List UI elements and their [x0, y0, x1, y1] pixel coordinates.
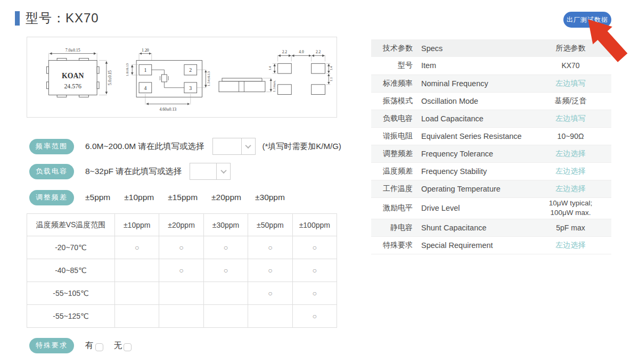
spec-value: 10μW typical; 100μW max. — [530, 197, 611, 219]
stability-option-cell[interactable] — [159, 305, 203, 328]
load-capacitance-row: 负载电容 8~32pF 请在此填写或选择 — [29, 163, 231, 180]
dim-label-pad-span: 4.60±0.13 — [159, 107, 176, 112]
stability-option-cell[interactable]: ○ — [203, 236, 248, 259]
table-row: -40~85℃ ○ ○ ○ ○ — [27, 259, 337, 282]
frequency-range-hint: 6.0M~200.0M 请在此填写或选择 — [85, 141, 204, 152]
page-title: 型号：KX70 — [15, 10, 99, 27]
spec-value: 基频/泛音 — [530, 92, 611, 110]
temp-range-label: -55~105℃ — [27, 282, 115, 305]
stability-option-cell[interactable] — [203, 282, 248, 305]
stability-option-cell[interactable]: ○ — [203, 259, 248, 282]
specs-header-param: 技术参数 — [371, 39, 414, 57]
spec-value-hint: 左边选择 — [530, 162, 611, 180]
spec-name: Oscillation Mode — [414, 92, 530, 110]
spec-name: Nominal Frequency — [414, 75, 530, 92]
stability-option-cell[interactable] — [248, 305, 292, 328]
stability-option-cell[interactable]: ○ — [292, 236, 337, 259]
pad-number-2: 2 — [189, 67, 192, 73]
spec-value-hint: 左边选择 — [530, 145, 611, 162]
spec-name: Frequency Stability — [414, 162, 530, 180]
tolerance-option-10ppm[interactable]: ±10ppm — [124, 193, 154, 202]
spec-value: KX70 — [530, 57, 611, 75]
pad-number-1: 1 — [144, 67, 146, 73]
stability-option-cell[interactable]: ○ — [292, 282, 337, 305]
adjust-tolerance-row: 调整频差 ±5ppm ±10ppm ±15ppm ±20ppm ±30ppm — [29, 189, 285, 206]
spec-param: 标准频率 — [371, 75, 414, 92]
temp-range-label: -20~70℃ — [27, 236, 115, 259]
technical-drawing-panel: 7.0±0.15 KOAN 24.576 5.0±0.15 1.20 — [27, 37, 337, 118]
spec-name: Operating Temperature — [414, 180, 530, 197]
table-row: 标准频率 Nominal Frequency 左边填写 — [371, 75, 611, 92]
temp-range-label: -40~85℃ — [27, 259, 115, 282]
spec-param: 振荡模式 — [371, 92, 414, 110]
dim-label-land-height-left: 1.4 — [268, 65, 272, 70]
table-row: -55~125℃ ○ — [27, 305, 337, 328]
table-row: 工作温度 Operating Temperature 左边选择 — [371, 180, 611, 197]
tolerance-option-20ppm[interactable]: ±20ppm — [211, 193, 241, 202]
table-row: 负载电容 Load Capacitance 左边填写 — [371, 110, 611, 127]
stability-option-cell[interactable] — [203, 305, 248, 328]
spec-param: 工作温度 — [371, 180, 414, 197]
dim-label-pad-vspan: 1.54±0.13 — [207, 71, 210, 86]
tolerance-option-30ppm[interactable]: ±30ppm — [255, 193, 285, 202]
frequency-range-input[interactable] — [213, 138, 241, 154]
product-config-page: 型号：KX70 出厂测试数据 7.0±0.15 — [0, 0, 639, 364]
stability-option-cell[interactable]: ○ — [292, 305, 337, 328]
tolerance-option-15ppm[interactable]: ±15ppm — [168, 193, 198, 202]
frequency-range-row: 频率范围 6.0M~200.0M 请在此填写或选择 (*填写时需要加K/M/G) — [29, 138, 341, 155]
spec-value: 10~90Ω — [530, 127, 611, 145]
table-row: 特殊要求 Special Requirement 左边选择 — [371, 236, 611, 254]
load-capacitance-dropdown-button[interactable] — [216, 163, 230, 179]
stability-temperature-table: 温度频差VS温度范围 ±10ppm ±20ppm ±30ppm ±50ppm ±… — [27, 213, 337, 328]
stability-option-cell[interactable]: ○ — [248, 282, 292, 305]
frequency-range-note: (*填写时需要加K/M/G) — [263, 142, 341, 152]
spec-param: 静电容 — [371, 219, 414, 236]
temp-range-label: -55~125℃ — [27, 305, 115, 328]
stability-option-cell[interactable]: ○ — [159, 236, 203, 259]
stability-option-cell[interactable]: ○ — [159, 259, 203, 282]
frequency-range-dropdown-button[interactable] — [241, 138, 255, 154]
drive-level-line1: 10μW typical; — [530, 198, 611, 208]
pad-number-4: 4 — [144, 85, 146, 91]
load-capacitance-pill: 负载电容 — [29, 164, 74, 179]
spec-param: 型号 — [371, 57, 414, 75]
dim-label-land-height-right: 1.4 — [329, 65, 333, 70]
spec-value: 5pF max — [530, 219, 611, 236]
spec-param: 特殊要求 — [371, 236, 414, 254]
special-requirement-no-checkbox[interactable] — [124, 343, 132, 351]
stability-option-cell[interactable] — [115, 305, 159, 328]
technical-drawing: 7.0±0.15 KOAN 24.576 5.0±0.15 1.20 — [27, 37, 337, 117]
table-row: 型号 Item KX70 — [371, 57, 611, 75]
special-requirement-row: 特殊要求 有 无 — [29, 337, 132, 354]
dim-label-land-pad-right: 2.2 — [316, 49, 321, 54]
load-capacitance-select[interactable] — [190, 163, 231, 180]
special-requirement-no-label: 无 — [114, 340, 122, 351]
stability-option-cell[interactable]: ○ — [115, 236, 159, 259]
stability-option-cell[interactable] — [159, 282, 203, 305]
load-capacitance-input[interactable] — [190, 163, 216, 179]
spec-name: Frequency Tolerance — [414, 145, 530, 162]
stability-header-title: 温度频差VS温度范围 — [27, 214, 115, 236]
frequency-range-select[interactable] — [212, 138, 256, 155]
factory-test-data-button[interactable]: 出厂测试数据 — [563, 12, 611, 28]
chevron-down-icon — [245, 143, 251, 148]
table-row: 调整频差 Frequency Tolerance 左边选择 — [371, 145, 611, 162]
stability-option-cell[interactable]: ○ — [248, 236, 292, 259]
stability-option-cell[interactable]: ○ — [292, 259, 337, 282]
special-requirement-yes-label: 有 — [85, 340, 94, 351]
stability-option-cell[interactable]: ○ — [248, 259, 292, 282]
table-row: 温度频差 Frequency Stability 左边选择 — [371, 162, 611, 180]
special-requirement-yes-checkbox[interactable] — [95, 343, 103, 351]
spec-param: 激励电平 — [371, 197, 414, 219]
frequency-range-pill: 频率范围 — [29, 139, 74, 154]
tolerance-option-5ppm[interactable]: ±5ppm — [85, 193, 110, 202]
brand-label: KOAN — [62, 72, 84, 80]
stability-header-50ppm: ±50ppm — [248, 214, 292, 236]
stability-option-cell[interactable] — [115, 259, 159, 282]
stability-option-cell[interactable] — [115, 282, 159, 305]
specs-header-row: 技术参数 Specs 所选参数 — [371, 39, 611, 57]
spec-name: Drive Level — [414, 197, 530, 219]
stability-header-30ppm: ±30ppm — [203, 214, 248, 236]
dim-label-top-height: 5.0±0.15 — [108, 70, 112, 85]
pad-number-3: 3 — [189, 85, 192, 91]
